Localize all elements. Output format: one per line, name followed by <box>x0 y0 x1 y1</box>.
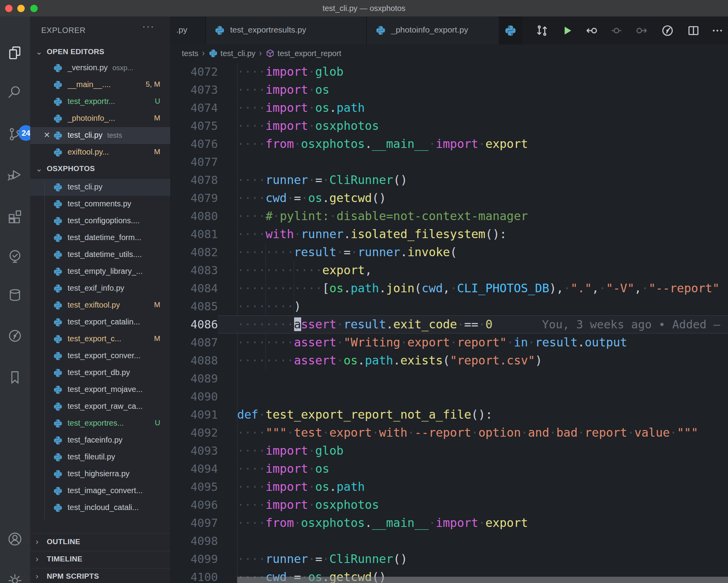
tree-item[interactable]: test_highsierra.py <box>30 466 170 483</box>
code-line-content[interactable]: ········assert·result.exit_code·==·0You,… <box>218 315 728 333</box>
open-editor-item[interactable]: _version.pyosxp... <box>30 60 170 77</box>
open-editor-item[interactable]: _photoinfo_...M <box>30 110 170 127</box>
tree-item[interactable]: test_exiftool.pyM <box>30 297 170 314</box>
line-number[interactable]: 4072 <box>171 63 218 81</box>
compare-changes-icon[interactable] <box>530 16 554 44</box>
code-line-content[interactable]: ········) <box>218 297 728 315</box>
line-number[interactable]: 4100 <box>171 568 218 583</box>
line-number[interactable]: 4097 <box>171 514 218 532</box>
line-number[interactable]: 4093 <box>171 442 218 460</box>
code-line-content[interactable]: ············[os.path.join(cwd,·CLI_PHOTO… <box>218 279 728 297</box>
line-number[interactable]: 4081 <box>171 225 218 243</box>
code-line-content[interactable]: def·test_export_report_not_a_file(): <box>218 406 728 424</box>
extensions-icon[interactable] <box>7 208 23 224</box>
code-line-content[interactable]: ····"""·test·export·with·--report·option… <box>218 424 728 442</box>
line-number[interactable]: 4088 <box>171 352 218 370</box>
line-number[interactable]: 4083 <box>171 261 218 279</box>
tree-item[interactable]: test_empty_library_... <box>30 263 170 280</box>
code-line-content[interactable]: ····import·glob <box>218 442 728 460</box>
heatmap-icon[interactable] <box>656 16 679 44</box>
line-number[interactable]: 4074 <box>171 99 218 117</box>
line-number[interactable]: 4084 <box>171 279 218 297</box>
timeline-section-header[interactable]: › TIMELINE <box>30 551 170 567</box>
line-number[interactable]: 4080 <box>171 207 218 225</box>
code-line-content[interactable] <box>218 532 728 550</box>
tree-item[interactable]: test_cli.py <box>30 179 170 196</box>
line-number[interactable]: 4075 <box>171 117 218 135</box>
line-number[interactable]: 4076 <box>171 135 218 153</box>
breadcrumb-item[interactable]: test_export_report <box>265 49 341 58</box>
tree-item[interactable]: test_incloud_catali... <box>30 499 170 516</box>
run-icon[interactable] <box>555 16 579 44</box>
tree-item[interactable]: test_export_c...M <box>30 331 170 348</box>
tree-item[interactable]: test_export_catalin... <box>30 314 170 331</box>
tree-item[interactable]: test_image_convert... <box>30 483 170 499</box>
line-number[interactable]: 4098 <box>171 532 218 550</box>
breadcrumb-item[interactable]: tests <box>182 49 198 58</box>
current-change-icon[interactable] <box>605 16 628 44</box>
code-line-content[interactable]: ····import·os <box>218 460 728 478</box>
bookmark-icon[interactable] <box>7 369 23 386</box>
tree-item[interactable]: test_faceinfo.py <box>30 432 170 449</box>
horizontal-scrollbar[interactable] <box>237 577 728 583</box>
split-editor-icon[interactable] <box>682 16 705 44</box>
open-editor-item[interactable]: exiftool.py...M <box>30 144 170 161</box>
project-section-header[interactable]: ⌄ OSXPHOTOS <box>30 161 170 177</box>
code-line-content[interactable]: ····runner·=·CliRunner() <box>218 171 728 189</box>
run-debug-icon[interactable] <box>7 166 23 182</box>
tree-item[interactable]: test_exportres...U <box>30 415 170 432</box>
code-line-content[interactable] <box>218 153 728 171</box>
database-icon[interactable] <box>7 287 23 303</box>
code-line-content[interactable]: ····import·os <box>218 81 728 99</box>
breadcrumb-item[interactable]: test_cli.py <box>209 49 256 58</box>
line-number[interactable]: 4085 <box>171 297 218 315</box>
more-actions-icon[interactable] <box>706 16 728 44</box>
close-icon[interactable]: ✕ <box>44 130 50 140</box>
line-number[interactable]: 4082 <box>171 243 218 261</box>
tree-item[interactable]: test_export_raw_ca... <box>30 398 170 415</box>
editor-tab[interactable]: .py <box>171 16 206 44</box>
code-line-content[interactable]: ····cwd·=·os.getcwd() <box>218 189 728 207</box>
code-line-content[interactable]: ········result·=·runner.invoke( <box>218 243 728 261</box>
line-number[interactable]: 4094 <box>171 460 218 478</box>
code-line-content[interactable]: ····import·osxphotos <box>218 496 728 514</box>
code-line-content[interactable]: ····import·os.path <box>218 99 728 117</box>
open-editors-header[interactable]: ⌄ OPEN EDITORS <box>30 44 170 60</box>
prev-change-icon[interactable] <box>580 16 604 44</box>
line-number[interactable]: 4078 <box>171 171 218 189</box>
code-line-content[interactable]: ········assert·"Writing·export·report"·i… <box>218 333 728 352</box>
npm-scripts-section-header[interactable]: › NPM SCRIPTS <box>30 568 170 583</box>
tree-item[interactable]: test_export_mojave... <box>30 381 170 398</box>
editor-tab[interactable]: _photoinfo_export.py <box>367 16 507 44</box>
gauge-icon[interactable] <box>7 328 23 344</box>
tree-item[interactable]: test_datetime_utils.... <box>30 246 170 263</box>
test-explorer-icon[interactable] <box>7 248 23 265</box>
files-icon[interactable] <box>7 45 23 61</box>
account-icon[interactable] <box>7 531 23 547</box>
code-line-content[interactable] <box>218 388 728 406</box>
line-number[interactable]: 4079 <box>171 189 218 207</box>
code-line-content[interactable]: ············export, <box>218 261 728 279</box>
more-actions-icon[interactable]: ··· <box>142 20 155 33</box>
line-number[interactable]: 4089 <box>171 370 218 388</box>
source-control-icon[interactable]: 24 <box>7 126 23 142</box>
tree-item[interactable]: test_export_db.py <box>30 364 170 381</box>
open-editor-item[interactable]: test_exportr...U <box>30 93 170 110</box>
tree-item[interactable]: test_comments.py <box>30 196 170 213</box>
tree-item[interactable]: test_fileutil.py <box>30 449 170 466</box>
line-number[interactable]: 4099 <box>171 550 218 568</box>
search-icon[interactable] <box>7 84 23 100</box>
next-change-icon[interactable] <box>630 16 653 44</box>
line-number[interactable]: 4096 <box>171 496 218 514</box>
line-number[interactable]: 4091 <box>171 406 218 424</box>
line-number[interactable]: 4095 <box>171 478 218 496</box>
tree-item[interactable]: test_configoptions.... <box>30 213 170 230</box>
outline-section-header[interactable]: › OUTLINE <box>30 534 170 550</box>
open-editor-item[interactable]: __main__....5, M <box>30 77 170 93</box>
code-line-content[interactable]: ····from·osxphotos.__main__·import·expor… <box>218 514 728 532</box>
line-number[interactable]: 4092 <box>171 424 218 442</box>
open-editor-item[interactable]: ✕test_cli.pytests <box>30 127 170 144</box>
line-number[interactable]: 4077 <box>171 153 218 171</box>
python-logo-icon[interactable] <box>499 16 522 44</box>
line-number[interactable]: 4087 <box>171 333 218 352</box>
